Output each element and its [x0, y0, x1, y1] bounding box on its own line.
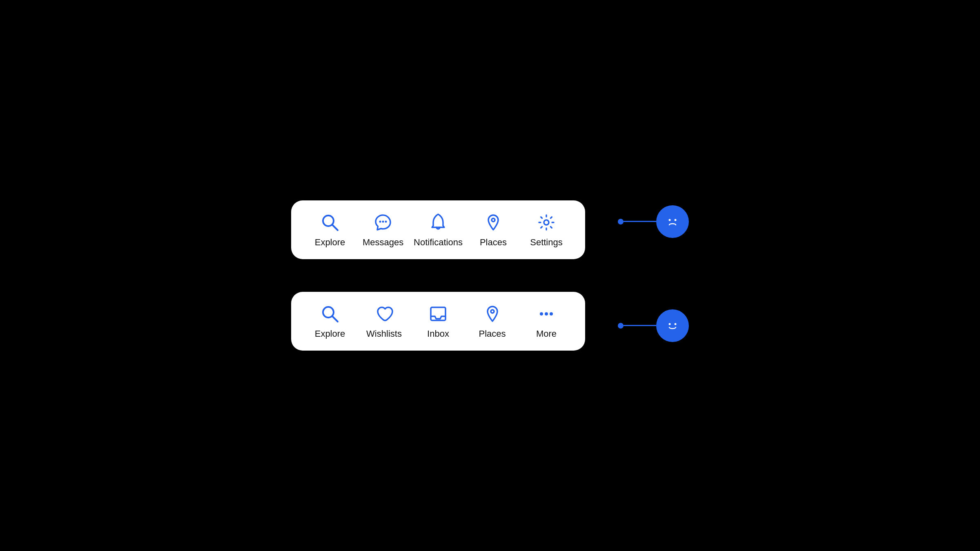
bell-icon: [428, 212, 449, 233]
sad-face-indicator[interactable]: [656, 205, 689, 238]
top-indicator-row: [618, 205, 689, 238]
svg-line-8: [332, 316, 338, 322]
more-label: More: [536, 329, 557, 339]
places-top-label: Places: [480, 237, 507, 248]
happy-face-icon: [662, 315, 683, 336]
svg-point-14: [663, 212, 682, 231]
top-indicator-line: [624, 221, 656, 222]
svg-point-13: [550, 312, 553, 315]
nav-item-explore-bottom[interactable]: Explore: [307, 303, 352, 339]
svg-point-19: [675, 323, 677, 325]
bottom-navbar: Explore Wishlists Inbox: [291, 292, 585, 351]
svg-point-2: [379, 221, 381, 223]
svg-point-6: [544, 220, 549, 225]
nav-item-more[interactable]: More: [524, 303, 569, 339]
settings-label: Settings: [530, 237, 563, 248]
notifications-label: Notifications: [414, 237, 463, 248]
svg-point-3: [382, 221, 384, 223]
sad-face-icon: [662, 211, 683, 232]
nav-item-explore-top[interactable]: Explore: [307, 212, 352, 248]
bottom-indicator-row: [618, 309, 689, 342]
top-indicator-dot: [618, 219, 624, 224]
search-bottom-icon: [319, 303, 341, 324]
nav-item-wishlists[interactable]: Wishlists: [362, 303, 407, 339]
svg-point-10: [491, 310, 494, 313]
svg-point-18: [669, 323, 671, 325]
happy-face-indicator[interactable]: [656, 309, 689, 342]
svg-point-4: [385, 221, 387, 223]
bottom-indicator-line: [624, 325, 656, 326]
svg-point-11: [540, 312, 543, 315]
explore-top-label: Explore: [315, 237, 345, 248]
more-icon: [536, 303, 557, 324]
nav-item-places-top[interactable]: Places: [471, 212, 516, 248]
inbox-icon: [428, 303, 449, 324]
nav-bars-column: Explore Messages Notifications: [291, 200, 585, 351]
top-navbar: Explore Messages Notifications: [291, 200, 585, 259]
main-container: Explore Messages Notifications: [291, 200, 689, 351]
settings-icon: [536, 212, 557, 233]
map-pin-bottom-icon: [482, 303, 503, 324]
nav-item-notifications[interactable]: Notifications: [414, 212, 463, 248]
explore-bottom-label: Explore: [315, 329, 345, 339]
svg-point-16: [675, 219, 677, 221]
wishlists-label: Wishlists: [366, 329, 402, 339]
nav-item-messages[interactable]: Messages: [361, 212, 405, 248]
heart-icon: [374, 303, 395, 324]
places-bottom-label: Places: [479, 329, 506, 339]
messages-label: Messages: [363, 237, 403, 248]
nav-item-places-bottom[interactable]: Places: [470, 303, 515, 339]
svg-point-15: [669, 219, 671, 221]
svg-point-17: [663, 316, 682, 335]
inbox-label: Inbox: [427, 329, 449, 339]
message-circle-icon: [372, 212, 394, 233]
svg-line-1: [332, 225, 338, 230]
svg-point-12: [545, 312, 548, 315]
nav-item-settings[interactable]: Settings: [524, 212, 569, 248]
svg-point-5: [492, 218, 495, 222]
bottom-indicator-dot: [618, 323, 624, 329]
map-pin-top-icon: [483, 212, 504, 233]
search-icon: [319, 212, 341, 233]
nav-item-inbox[interactable]: Inbox: [416, 303, 461, 339]
indicators-column: [618, 205, 689, 342]
